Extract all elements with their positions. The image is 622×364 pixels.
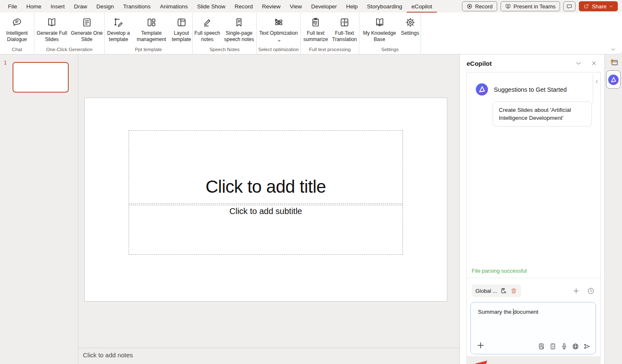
menu-item-review[interactable]: Review xyxy=(258,0,285,13)
ribbon-group-label-full-text-processing: Full text processing xyxy=(301,46,359,54)
ribbon-button-develop-a-template[interactable]: Develop a template xyxy=(105,15,132,46)
menu-item-view[interactable]: View xyxy=(285,0,307,13)
pen-path-icon xyxy=(113,17,124,28)
menu-item-transitions[interactable]: Transitions xyxy=(119,0,155,13)
ecopilot-panel-header: eCopilot xyxy=(460,54,604,72)
subtitle-placeholder[interactable]: Click to add subtitle xyxy=(129,205,403,255)
ribbon-group-label-settings: Settings xyxy=(359,46,421,54)
save-add-icon[interactable] xyxy=(500,287,507,294)
notes-placeholder-text: Click to add notes xyxy=(83,351,133,359)
ribbon-group-ppt-template: Develop a template Template management L… xyxy=(105,13,193,54)
ribbon-group-label-ppt-template: Ppt template xyxy=(105,46,192,54)
menu-item-storyboarding[interactable]: Storyboarding xyxy=(362,0,407,13)
summary-card-icon[interactable] xyxy=(549,343,557,350)
ribbon-button-generate-full-slides[interactable]: Generate Full Slides xyxy=(34,15,70,46)
menu-item-design[interactable]: Design xyxy=(92,0,119,13)
record-button[interactable]: Record xyxy=(462,1,497,11)
plus-icon[interactable] xyxy=(572,287,580,295)
ribbon-group-label-speech-notes: Speech Notes xyxy=(193,46,256,54)
plus-icon xyxy=(476,341,485,350)
menu-item-help[interactable]: Help xyxy=(341,0,362,13)
present-in-teams-button[interactable]: Present in Teams xyxy=(501,1,560,11)
ecopilot-addin-button[interactable] xyxy=(606,70,621,89)
menu-bar: File Home Insert Draw Design Transitions… xyxy=(0,0,437,13)
history-clock-icon[interactable] xyxy=(587,287,595,295)
ribbon-button-settings[interactable]: Settings xyxy=(400,15,421,46)
slide-thumbnail[interactable] xyxy=(13,62,69,93)
collapse-ribbon-button[interactable] xyxy=(610,46,616,54)
ribbon-button-my-knowledge-base[interactable]: My Knowledge Base xyxy=(359,15,400,46)
title-placeholder-text: Click to add title xyxy=(206,177,326,197)
record-icon xyxy=(467,3,472,9)
svg-text:A: A xyxy=(342,20,344,24)
menu-item-slide-show[interactable]: Slide Show xyxy=(192,0,230,13)
slide-thumbnail-panel: 1 xyxy=(0,54,78,364)
open-book-icon xyxy=(374,17,385,28)
context-chip[interactable]: Global ... xyxy=(472,284,521,297)
ribbon-group-full-text-processing: Full text summarize AΦ Full-Text Transla… xyxy=(301,13,359,54)
ribbon-button-text-optimization[interactable]: Text Optimization xyxy=(258,15,299,46)
atom-icon xyxy=(273,17,284,28)
menu-item-developer[interactable]: Developer xyxy=(307,0,342,13)
share-button[interactable]: Share xyxy=(579,1,618,11)
ribbon-button-full-text-summarize[interactable]: Full text summarize xyxy=(301,15,330,46)
translate-icon: AΦ xyxy=(339,17,350,28)
ribbon-button-full-speech-notes[interactable]: Full speech notes xyxy=(193,15,222,46)
menu-item-animations[interactable]: Animations xyxy=(155,0,193,13)
ribbon-button-intelligent-dialogue[interactable]: Intelligent Dialogue xyxy=(0,15,34,46)
chat-input[interactable]: Summary the document xyxy=(470,302,596,354)
ribbon-group-settings: My Knowledge Base Settings Settings xyxy=(359,13,421,54)
notes-pane[interactable]: Click to add notes xyxy=(78,348,459,359)
divider xyxy=(467,278,600,278)
ribbon-group-select-optimization: Text Optimization Select optimization xyxy=(257,13,301,54)
slide-editor: Click to add title Click to add subtitle… xyxy=(78,54,459,364)
ribbon-group-label-select-optimization: Select optimization xyxy=(257,46,300,54)
ribbon-button-full-text-translation[interactable]: AΦ Full-Text Translation xyxy=(330,15,359,46)
subtitle-placeholder-text: Click to add subtitle xyxy=(230,207,302,216)
globe-icon[interactable] xyxy=(572,343,579,350)
collapse-left-icon xyxy=(595,79,599,84)
status-message: File parsing successful xyxy=(472,268,527,274)
menu-item-ecopilot[interactable]: eCopilot xyxy=(407,0,437,13)
ecopilot-content: Suggestions to Get Started Create Slides… xyxy=(466,72,601,357)
trash-icon[interactable] xyxy=(510,287,517,294)
attach-button[interactable] xyxy=(476,341,485,350)
menu-item-draw[interactable]: Draw xyxy=(70,0,92,13)
prompt-doc-icon[interactable] xyxy=(538,343,545,350)
suggestions-header-row: Suggestions to Get Started xyxy=(476,83,567,96)
ribbon-group-chat: Intelligent Dialogue Chat xyxy=(0,13,34,54)
comments-button[interactable] xyxy=(563,1,576,11)
document-lines-icon xyxy=(81,17,93,28)
ecopilot-logo xyxy=(608,75,619,85)
chevron-down-icon xyxy=(610,47,616,52)
ribbon-button-template-management[interactable]: Template management xyxy=(132,15,171,46)
flash-window-icon[interactable] xyxy=(609,58,619,67)
menu-item-home[interactable]: Home xyxy=(22,0,46,13)
layout-blocks-icon xyxy=(146,17,157,28)
bookmark-notes-icon xyxy=(233,17,245,28)
menu-item-record[interactable]: Record xyxy=(230,0,258,13)
slide-canvas[interactable]: Click to add title Click to add subtitle xyxy=(84,98,447,302)
menu-item-insert[interactable]: Insert xyxy=(46,0,70,13)
titlebar-actions: Record Present in Teams Share xyxy=(462,0,622,13)
close-icon[interactable] xyxy=(591,60,597,66)
ribbon-button-generate-one-slide[interactable]: Generate One Slide xyxy=(70,15,105,46)
chevron-down-icon[interactable] xyxy=(575,60,582,66)
suggestion-card[interactable]: Create Slides about 'Artificial Intellig… xyxy=(493,101,592,126)
ribbon-button-layout-template[interactable]: Layout template xyxy=(170,15,192,46)
ribbon-button-single-page-speech-notes[interactable]: Single-page speech notes xyxy=(222,15,256,46)
red-arrow-annotation xyxy=(462,352,494,364)
pencil-notes-icon xyxy=(201,17,213,28)
clipboard-list-icon xyxy=(310,17,321,28)
ribbon-group-speech-notes: Full speech notes Single-page speech not… xyxy=(193,13,257,54)
ecopilot-panel: eCopilot Suggestions to Get Started Crea… xyxy=(459,54,604,364)
send-icon[interactable] xyxy=(583,343,591,350)
microphone-icon[interactable] xyxy=(560,343,568,350)
addin-sidebar xyxy=(604,54,622,364)
layout-template-icon xyxy=(176,17,187,28)
title-placeholder[interactable]: Click to add title xyxy=(129,130,403,204)
menu-item-file[interactable]: File xyxy=(3,0,22,13)
application-window: File Home Insert Draw Design Transitions… xyxy=(0,0,622,364)
collapse-panel-button[interactable] xyxy=(593,74,600,103)
ribbon-group-label-one-click-generation: One-Click Generation xyxy=(34,46,104,54)
